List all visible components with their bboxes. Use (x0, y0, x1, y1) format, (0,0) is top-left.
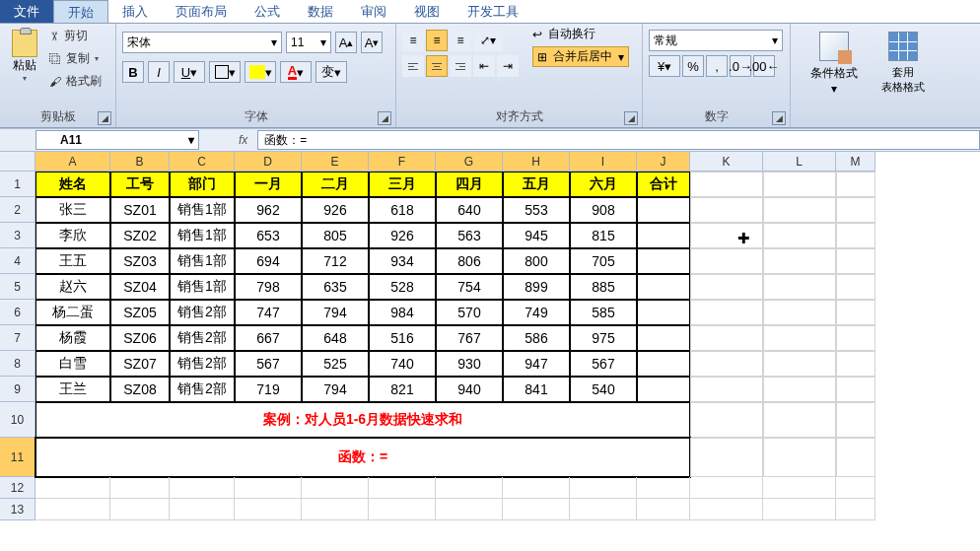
cell-5-G[interactable]: 754 (436, 274, 503, 300)
cell-4-A[interactable]: 王五 (35, 248, 110, 274)
name-box[interactable]: A11▾ (35, 130, 199, 150)
cell-13-F[interactable] (369, 499, 436, 520)
cell-1-M[interactable] (836, 172, 875, 197)
bold-button[interactable]: B (122, 61, 144, 83)
cell-3-B[interactable]: SZ02 (110, 223, 170, 248)
format-painter-button[interactable]: 🖌格式刷 (47, 71, 104, 92)
cell-3-D[interactable]: 653 (235, 223, 302, 248)
underline-button[interactable]: U ▾ (174, 61, 205, 83)
cell-9-F[interactable]: 821 (369, 377, 436, 402)
cell-13-J[interactable] (637, 499, 690, 520)
paste-button[interactable]: 粘贴 ▾ (6, 26, 43, 106)
cell-2-M[interactable] (836, 197, 875, 223)
merge-center-button[interactable]: ⊞合并后居中▾ (532, 46, 629, 67)
cell-3-E[interactable]: 805 (302, 223, 369, 248)
fill-color-button[interactable]: ▾ (245, 61, 276, 83)
col-header-M[interactable]: M (836, 152, 875, 172)
cell-7-B[interactable]: SZ06 (110, 325, 170, 351)
cell-3-C[interactable]: 销售1部 (170, 223, 235, 248)
font-launcher[interactable]: ◢ (378, 111, 391, 125)
cell-9-L[interactable] (763, 377, 836, 402)
font-size-select[interactable]: 11▾ (286, 32, 331, 53)
cell-12-H[interactable] (503, 477, 570, 499)
cell-4-C[interactable]: 销售1部 (170, 248, 235, 274)
cell-5-L[interactable] (763, 274, 836, 300)
row-header-10[interactable]: 10 (0, 402, 35, 438)
cell-3-K[interactable] (690, 223, 763, 248)
cell-6-G[interactable]: 570 (436, 300, 503, 325)
italic-button[interactable]: I (148, 61, 170, 83)
clipboard-launcher[interactable]: ◢ (98, 111, 111, 125)
cell-13-D[interactable] (235, 499, 302, 520)
cell-2-D[interactable]: 962 (235, 197, 302, 223)
row-header-7[interactable]: 7 (0, 325, 35, 351)
col-header-L[interactable]: L (763, 152, 836, 172)
cell-3-G[interactable]: 563 (436, 223, 503, 248)
cell-9-I[interactable]: 540 (570, 377, 637, 402)
cell-7-K[interactable] (690, 325, 763, 351)
cell-1-B[interactable]: 工号 (110, 172, 170, 197)
row-header-4[interactable]: 4 (0, 248, 35, 274)
cell-12-K[interactable] (690, 477, 763, 499)
cell-8-M[interactable] (836, 351, 875, 377)
cell-1-K[interactable] (690, 172, 763, 197)
phonetic-button[interactable]: 变▾ (315, 61, 347, 83)
row-header-3[interactable]: 3 (0, 223, 35, 248)
align-middle-button[interactable]: ≡ (426, 30, 448, 51)
cell-4-E[interactable]: 712 (302, 248, 369, 274)
cell-3-L[interactable] (763, 223, 836, 248)
orientation-button[interactable]: ⤢▾ (473, 30, 503, 51)
copy-button[interactable]: ⿻复制▾ (47, 48, 104, 69)
cell-8-C[interactable]: 销售2部 (170, 351, 235, 377)
cell-6-I[interactable]: 585 (570, 300, 637, 325)
cell-9-K[interactable] (690, 377, 763, 402)
cell-1-J[interactable]: 合计 (637, 172, 690, 197)
number-format-select[interactable]: 常规▾ (649, 30, 783, 51)
cell-2-C[interactable]: 销售1部 (170, 197, 235, 223)
cell-4-H[interactable]: 800 (503, 248, 570, 274)
cell-11-K[interactable] (690, 438, 763, 477)
comma-button[interactable]: , (706, 55, 728, 77)
cell-3-F[interactable]: 926 (369, 223, 436, 248)
tab-dev[interactable]: 开发工具 (454, 0, 532, 23)
cell-6-J[interactable] (637, 300, 690, 325)
cell-12-L[interactable] (763, 477, 836, 499)
cell-8-I[interactable]: 567 (570, 351, 637, 377)
col-header-G[interactable]: G (436, 152, 503, 172)
tab-review[interactable]: 审阅 (347, 0, 400, 23)
cell-12-D[interactable] (235, 477, 302, 499)
tab-data[interactable]: 数据 (294, 0, 347, 23)
cell-9-A[interactable]: 王兰 (35, 377, 110, 402)
col-header-H[interactable]: H (503, 152, 570, 172)
cell-12-M[interactable] (836, 477, 875, 499)
cell-7-C[interactable]: 销售2部 (170, 325, 235, 351)
row-header-13[interactable]: 13 (0, 499, 35, 520)
tab-file[interactable]: 文件 (0, 0, 53, 23)
cell-8-H[interactable]: 947 (503, 351, 570, 377)
tab-view[interactable]: 视图 (400, 0, 454, 23)
cell-13-M[interactable] (836, 499, 875, 520)
cell-4-F[interactable]: 934 (369, 248, 436, 274)
cell-1-G[interactable]: 四月 (436, 172, 503, 197)
cell-9-M[interactable] (836, 377, 875, 402)
cell-13-G[interactable] (436, 499, 503, 520)
cell-13-H[interactable] (503, 499, 570, 520)
cell-5-B[interactable]: SZ04 (110, 274, 170, 300)
cell-12-E[interactable] (302, 477, 369, 499)
col-header-I[interactable]: I (570, 152, 637, 172)
cell-5-I[interactable]: 885 (570, 274, 637, 300)
cell-6-A[interactable]: 杨二蛋 (35, 300, 110, 325)
cell-7-I[interactable]: 975 (570, 325, 637, 351)
cell-9-D[interactable]: 719 (235, 377, 302, 402)
cell-13-E[interactable] (302, 499, 369, 520)
cell-9-B[interactable]: SZ08 (110, 377, 170, 402)
row-header-11[interactable]: 11 (0, 438, 35, 477)
cell-6-C[interactable]: 销售2部 (170, 300, 235, 325)
align-left-button[interactable] (402, 55, 424, 77)
cell-6-D[interactable]: 747 (235, 300, 302, 325)
cell-2-L[interactable] (763, 197, 836, 223)
row-header-5[interactable]: 5 (0, 274, 35, 300)
cell-13-C[interactable] (170, 499, 235, 520)
cell-5-M[interactable] (836, 274, 875, 300)
cell-3-H[interactable]: 945 (503, 223, 570, 248)
